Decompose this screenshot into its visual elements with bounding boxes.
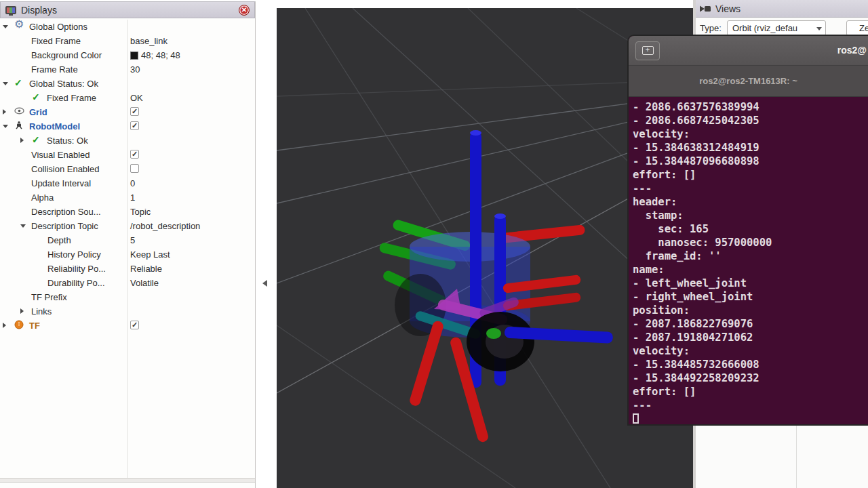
row-value: base_link	[130, 36, 167, 46]
displays-row-robotmodel[interactable]: RobotModel✓	[0, 119, 255, 134]
views-panel-titlebar[interactable]: Views	[696, 0, 868, 18]
displays-row-global-status-ok[interactable]: ✓Global Status: Ok	[0, 77, 255, 91]
check-icon: ✓	[14, 77, 22, 88]
terminal-tabbar: ros2@ros2-TM1613R: ~	[629, 66, 868, 97]
row-value: Volatile	[130, 278, 159, 288]
check-icon: ✓	[32, 92, 40, 102]
displays-row-visual-enabled[interactable]: Visual Enabled✓	[0, 148, 255, 162]
row-value: ✓	[130, 121, 139, 130]
terminal-line: - 15.384638312484919	[633, 141, 868, 155]
expand-arrow-icon[interactable]	[3, 109, 6, 115]
displays-row-fixed-frame[interactable]: ✓Fixed FrameOK	[0, 91, 255, 105]
row-value: ✓	[130, 107, 139, 116]
row-value: 5	[130, 235, 135, 245]
color-swatch	[130, 52, 138, 60]
row-value: OK	[130, 93, 143, 103]
displays-row-background-color[interactable]: Background Color48; 48; 48	[0, 48, 255, 62]
value-text: 1	[130, 192, 135, 203]
terminal-output[interactable]: - 2086.6637576389994- 2086.6687425042305…	[629, 99, 868, 424]
row-value: 48; 48; 48	[130, 50, 180, 60]
terminal-line: - 15.384487096680898	[633, 155, 868, 168]
displays-row-status-ok[interactable]: ✓Status: Ok	[0, 134, 255, 148]
displays-row-global-options[interactable]: ⚙Global Options	[0, 20, 255, 34]
row-label: Alpha	[31, 192, 54, 203]
expand-arrow-icon[interactable]	[20, 138, 24, 143]
displays-row-fixed-frame[interactable]: Fixed Framebase_link	[0, 34, 255, 48]
checkbox[interactable]: ✓	[130, 150, 139, 159]
value-text: base_link	[130, 36, 167, 46]
row-value: 0	[130, 178, 135, 188]
displays-row-frame-rate[interactable]: Frame Rate30	[0, 62, 255, 77]
zero-button[interactable]: Ze	[846, 20, 868, 36]
terminal-titlebar[interactable]: + ros2@	[629, 36, 868, 66]
row-label: TF Prefix	[31, 292, 67, 302]
displays-panel: Displays ✕ ⚙Global OptionsFixed Framebas…	[0, 1, 256, 488]
check-icon: ✓	[32, 134, 40, 145]
panel-collapse-handle[interactable]	[262, 280, 267, 287]
collapse-arrow-icon[interactable]	[3, 82, 8, 85]
terminal-line: velocity:	[633, 127, 868, 141]
eye-icon	[14, 106, 24, 117]
checkbox[interactable]	[130, 164, 139, 173]
row-value: ✓	[130, 150, 139, 159]
row-label: Fixed Frame	[47, 93, 96, 103]
view-type-value: Orbit (rviz_defau	[732, 23, 797, 33]
new-tab-button[interactable]: +	[635, 41, 660, 60]
terminal-window-title: ros2@	[837, 45, 867, 56]
row-label: Background Color	[31, 50, 102, 60]
collapse-arrow-icon[interactable]	[3, 125, 8, 128]
terminal-line: - right_wheel_joint	[633, 290, 868, 304]
collapse-arrow-icon[interactable]	[3, 25, 8, 28]
displays-row-description-sou-[interactable]: Description Sou...Topic	[0, 205, 255, 219]
terminal-line: effort: []	[633, 385, 868, 399]
value-text: 30	[130, 64, 140, 75]
displays-row-history-policy[interactable]: History PolicyKeep Last	[0, 247, 255, 262]
displays-row-depth[interactable]: Depth5	[0, 233, 255, 247]
value-text: Topic	[130, 207, 151, 217]
checkbox[interactable]: ✓	[130, 321, 139, 329]
row-label: Grid	[29, 107, 47, 117]
expand-arrow-icon[interactable]	[3, 323, 6, 328]
collapse-arrow-icon[interactable]	[20, 224, 26, 228]
row-value: 1	[130, 192, 135, 203]
terminal-window: + ros2@ ros2@ros2-TM1613R: ~ - 2086.6637…	[627, 35, 868, 426]
value-text: 5	[130, 235, 135, 245]
displays-row-tf-prefix[interactable]: TF Prefix	[0, 290, 255, 304]
displays-row-collision-enabled[interactable]: Collision Enabled	[0, 162, 255, 176]
terminal-line: frame_id: ''	[633, 249, 868, 263]
row-label: Collision Enabled	[31, 164, 99, 174]
row-label: Durability Po...	[47, 278, 105, 288]
checkbox[interactable]: ✓	[130, 121, 139, 130]
view-type-dropdown[interactable]: Orbit (rviz_defau	[727, 20, 826, 36]
displays-row-grid[interactable]: Grid✓	[0, 105, 255, 119]
views-camera-icon	[700, 5, 711, 13]
displays-row-alpha[interactable]: Alpha1	[0, 190, 255, 205]
value-text: Reliable	[130, 264, 162, 274]
terminal-line: stamp:	[633, 209, 868, 222]
terminal-tab[interactable]: ros2@ros2-TM1613R: ~	[629, 66, 868, 96]
displays-panel-titlebar[interactable]: Displays ✕	[0, 1, 255, 18]
displays-row-description-topic[interactable]: Description Topic/robot_description	[0, 219, 255, 233]
displays-monitor-icon	[5, 6, 16, 14]
displays-row-durability-po-[interactable]: Durability Po...Volatile	[0, 276, 255, 290]
row-value: ✓	[130, 321, 139, 329]
row-value: /robot_description	[130, 221, 200, 231]
terminal-line: - left_wheel_joint	[633, 277, 868, 290]
displays-row-reliability-po-[interactable]: Reliability Po...Reliable	[0, 262, 255, 276]
displays-panel-title: Displays	[21, 5, 57, 16]
displays-row-update-interval[interactable]: Update Interval0	[0, 176, 255, 190]
terminal-line: ---	[633, 182, 868, 195]
value-text: 48; 48; 48	[141, 50, 180, 60]
terminal-line: - 15.384485732666008	[633, 358, 868, 371]
terminal-line: sec: 165	[633, 222, 868, 236]
displays-row-tf[interactable]: TF✓	[0, 319, 255, 333]
row-value: Topic	[130, 207, 151, 217]
expand-arrow-icon[interactable]	[20, 308, 24, 314]
robot-icon	[14, 121, 24, 133]
row-label: Global Status: Ok	[29, 79, 98, 89]
close-icon[interactable]: ✕	[239, 5, 250, 16]
robot-model	[378, 130, 613, 443]
displays-row-links[interactable]: Links	[0, 304, 255, 319]
terminal-line: effort: []	[633, 168, 868, 182]
checkbox[interactable]: ✓	[130, 107, 139, 116]
